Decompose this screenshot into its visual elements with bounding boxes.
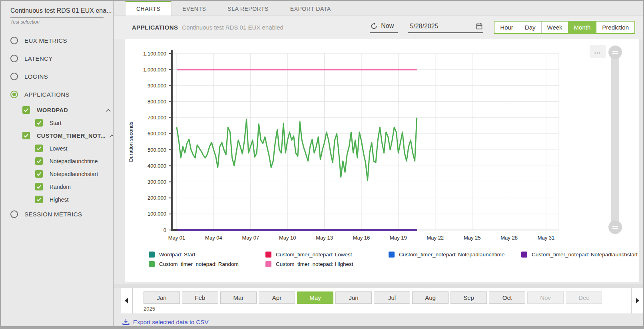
legend-swatch (149, 261, 155, 267)
horizontal-scroll-strip[interactable] (114, 284, 643, 288)
y-tick-label: 300,000 (148, 179, 166, 185)
download-icon (122, 319, 130, 325)
timer-checkbox-notepadlaunchstart[interactable]: Notepadlaunchstart (35, 170, 113, 178)
page-subtitle: Continuous test RDS 01 EUX enabled (182, 24, 283, 31)
radio-unselected-icon (10, 55, 18, 62)
timer-checkbox-highest[interactable]: Highest (35, 196, 113, 203)
timer-label: Start (50, 120, 62, 126)
month-button-jun[interactable]: Jun (335, 291, 372, 304)
timer-checkbox-random[interactable]: Random (35, 183, 113, 190)
range-button-week[interactable]: Week (541, 22, 568, 33)
legend-swatch (265, 261, 271, 267)
legend-item-custom-timer-notepad-lowest[interactable]: Custom_timer_notepad: Lowest (265, 252, 389, 258)
main-panel: CHARTSEVENTSSLA REPORTSEXPORT DATA APPLI… (114, 1, 643, 326)
month-button-dec: Dec (566, 291, 602, 304)
month-button-jul[interactable]: Jul (374, 291, 410, 304)
month-button-nov: Nov (527, 291, 564, 304)
year-label: 2025 (144, 306, 602, 312)
month-button-oct[interactable]: Oct (489, 291, 525, 304)
range-button-hour[interactable]: Hour (494, 22, 519, 33)
timer-label: Lowest (50, 145, 67, 152)
legend-item-custom-timer-notepad-notepadlaunchtime[interactable]: Custom_timer_notepad: Notepadlaunchtime (389, 252, 521, 258)
next-year-button[interactable] (631, 288, 643, 313)
tab-export-data[interactable]: EXPORT DATA (279, 1, 342, 16)
applications-chart[interactable]: 0100,000200,000300,000400,000500,000600,… (127, 43, 609, 247)
calendar-icon (476, 23, 483, 30)
sidebar: Continuous test RDS 01 EUX ena... Test s… (1, 1, 114, 326)
sidebar-group-eux-metrics[interactable]: EUX METRICS (10, 37, 113, 44)
app-checkbox-custom-timer-not-[interactable]: CUSTOM_TIMER_NOT... (22, 132, 111, 139)
chart-header: APPLICATIONS Continuous test RDS 01 EUX … (114, 16, 643, 39)
now-label: Now (381, 22, 394, 30)
sidebar-group-label: SESSION METRICS (24, 211, 82, 218)
month-button-mar[interactable]: Mar (220, 291, 257, 304)
range-button-month[interactable]: Month (568, 22, 596, 33)
value-axis-zoom-slider[interactable] (611, 50, 619, 230)
radio-unselected-icon (10, 73, 18, 80)
checkbox-checked-icon (35, 183, 43, 190)
legend-swatch (265, 252, 271, 258)
test-selection-dropdown[interactable]: Continuous test RDS 01 EUX ena... Test s… (10, 7, 104, 25)
app-checkbox-wordpad[interactable]: WORDPAD (22, 106, 111, 114)
checkbox-checked-icon (22, 106, 30, 114)
sidebar-group-latency[interactable]: LATENCY (10, 55, 113, 62)
timer-label: Notepadlaunchtime (50, 158, 98, 164)
timer-checkbox-start[interactable]: Start (35, 119, 113, 127)
sidebar-group-label: LATENCY (24, 55, 53, 62)
legend-item-wordpad-start[interactable]: Wordpad: Start (149, 252, 265, 258)
sidebar-group-logins[interactable]: LOGINS (10, 73, 113, 80)
export-csv-link[interactable]: Export selected data to CSV (122, 319, 208, 325)
chart-card: 0100,000200,000300,000400,000500,000600,… (125, 39, 639, 282)
timer-checkbox-notepadlaunchtime[interactable]: Notepadlaunchtime (35, 157, 113, 165)
chevron-up-icon (106, 107, 111, 114)
x-tick-label: May 04 (205, 235, 222, 241)
metric-groups: EUX METRICSLATENCYLOGINSAPPLICATIONSWORD… (10, 37, 113, 218)
legend-label: Custom_timer_notepad: Lowest (276, 252, 352, 258)
x-tick-label: May 10 (279, 235, 296, 241)
month-button-may[interactable]: May (297, 291, 333, 304)
sidebar-group-applications[interactable]: APPLICATIONS (10, 91, 113, 98)
sidebar-group-session-metrics[interactable]: SESSION METRICS (10, 210, 113, 218)
timer-checkbox-lowest[interactable]: Lowest (35, 145, 113, 152)
x-tick-label: May 31 (538, 235, 555, 241)
month-button-sep[interactable]: Sep (451, 291, 487, 304)
app-label: CUSTOM_TIMER_NOT... (37, 133, 106, 139)
refresh-now-button[interactable]: Now (370, 22, 398, 33)
sidebar-group-label: EUX METRICS (24, 37, 67, 44)
series-line-custom-timer-notepad-random (177, 118, 417, 180)
legend-item-custom-timer-notepad-highest[interactable]: Custom_timer_notepad: Highest (265, 261, 389, 267)
month-button-aug[interactable]: Aug (412, 291, 449, 304)
month-button-feb[interactable]: Feb (182, 291, 218, 304)
month-button-jan[interactable]: Jan (144, 291, 180, 304)
tab-events[interactable]: EVENTS (171, 1, 217, 16)
refresh-icon (371, 23, 377, 30)
arrow-right-icon (636, 298, 639, 303)
y-tick-label: 700,000 (148, 115, 166, 121)
month-button-apr[interactable]: Apr (259, 291, 295, 304)
legend-label: Custom_timer_notepad: Random (159, 261, 239, 267)
months-row: JanFebMarAprMayJunJulAugSepOctNovDec (144, 291, 602, 304)
page-title: APPLICATIONS (132, 24, 178, 31)
x-tick-label: May 13 (316, 235, 333, 241)
month-selector-band: JanFebMarAprMayJunJulAugSepOctNovDec 202… (121, 288, 643, 313)
checkbox-checked-icon (35, 196, 43, 203)
sidebar-group-label: APPLICATIONS (24, 91, 70, 98)
tab-sla-reports[interactable]: SLA REPORTS (217, 1, 279, 16)
range-button-day[interactable]: Day (519, 22, 541, 33)
previous-year-button[interactable] (121, 288, 133, 313)
y-tick-label: 400,000 (148, 163, 166, 169)
checkbox-checked-icon (35, 119, 43, 127)
slider-bottom-handle[interactable] (608, 220, 622, 234)
legend-item-custom-timer-notepad-random[interactable]: Custom_timer_notepad: Random (149, 261, 265, 267)
date-input[interactable]: 5/28/2025 (408, 22, 483, 33)
slider-top-handle[interactable] (608, 46, 622, 59)
chart-menu-button[interactable]: ... (590, 45, 606, 58)
x-tick-label: May 01 (168, 235, 185, 241)
app-label: WORDPAD (37, 107, 68, 113)
x-tick-label: May 28 (500, 235, 518, 241)
test-selection-value: Continuous test RDS 01 EUX ena... (10, 7, 112, 14)
tab-charts[interactable]: CHARTS (125, 1, 171, 16)
y-tick-label: 900,000 (148, 83, 166, 89)
range-button-prediction[interactable]: Prediction (596, 22, 634, 33)
legend-item-custom-timer-notepad-notepadlaunchstart[interactable]: Custom_timer_notepad: Notepadlaunchstart (521, 252, 639, 258)
